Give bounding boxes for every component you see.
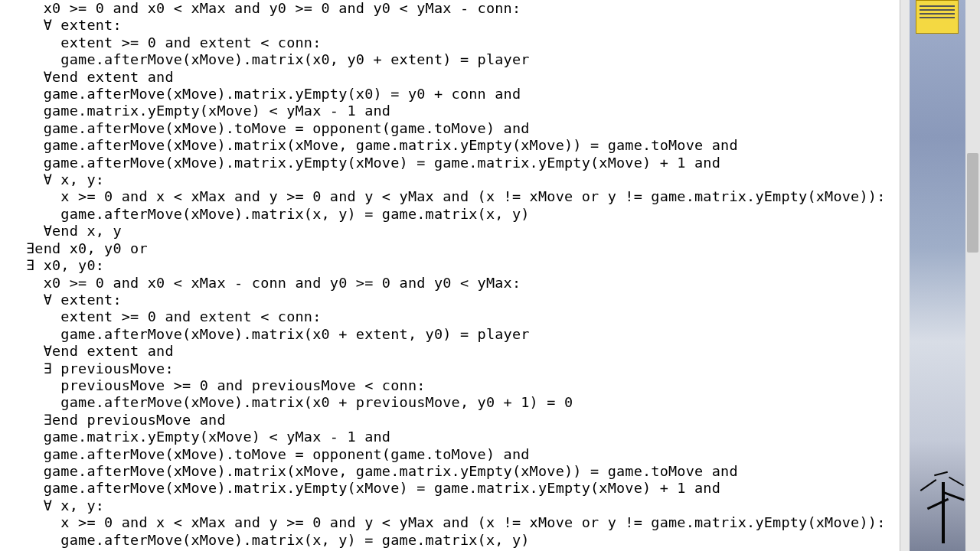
window-vertical-scrollbar[interactable] — [965, 0, 980, 551]
code-content[interactable]: x0 >= 0 and x0 < xMax and y0 >= 0 and y0… — [0, 0, 900, 549]
scrollbar-thumb[interactable] — [967, 153, 978, 253]
editor-vertical-scrollbar[interactable] — [900, 0, 910, 551]
editor-pane: x0 >= 0 and x0 < xMax and y0 >= 0 and y0… — [0, 0, 900, 551]
desktop-folder-icon[interactable] — [916, 0, 959, 34]
